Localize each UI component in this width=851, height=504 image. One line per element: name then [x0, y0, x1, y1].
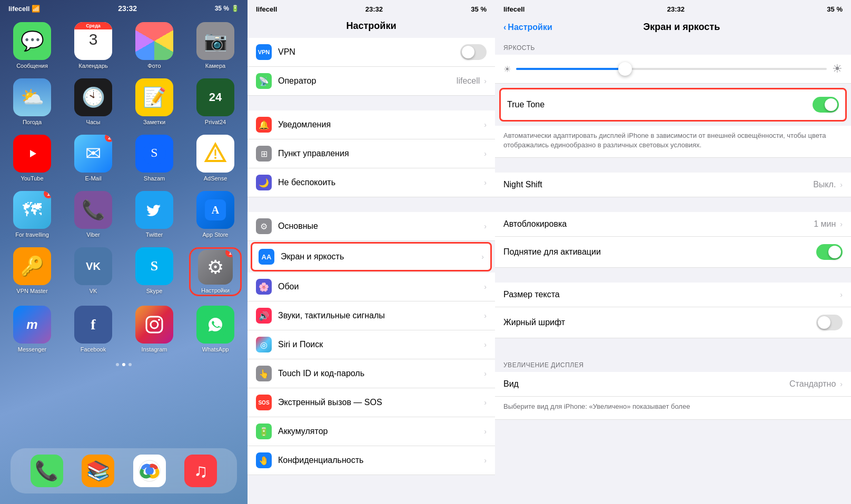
- app-adsense-icon: [196, 135, 234, 173]
- display-divider-1: [495, 158, 851, 173]
- battery-chevron: ›: [484, 427, 487, 436]
- brightness-fill: [516, 68, 625, 70]
- dock-music[interactable]: ♫: [184, 455, 217, 487]
- app-photos[interactable]: Фото: [128, 22, 181, 69]
- app-facebook-icon: f: [74, 306, 112, 344]
- app-email[interactable]: ✉ 2 E-Mail: [67, 135, 120, 182]
- dock-phone[interactable]: 📞: [31, 455, 63, 487]
- siri-label: Siri и Поиск: [278, 340, 484, 349]
- night-shift-cell[interactable]: Night Shift Выкл. ›: [495, 173, 851, 197]
- app-vk-icon: VK: [74, 247, 112, 285]
- sounds-label: Звуки, тактильные сигналы: [278, 311, 484, 320]
- dot-1: [116, 363, 119, 366]
- settings-cell-siri[interactable]: ◎ Siri и Поиск ›: [248, 330, 495, 359]
- app-appstore-icon: A: [196, 191, 234, 229]
- brightness-section-label: ЯРКОСТЬ: [495, 36, 851, 55]
- app-vpnmaster-icon: 🔑: [13, 247, 51, 285]
- app-shazam[interactable]: S Shazam: [128, 135, 181, 182]
- app-twitter[interactable]: Twitter: [128, 191, 181, 238]
- app-youtube[interactable]: YouTube: [6, 135, 58, 182]
- app-instagram-icon: [135, 306, 173, 344]
- app-camera-icon: 📷: [196, 22, 234, 60]
- vpn-label: VPN: [278, 47, 460, 57]
- app-instagram[interactable]: Instagram: [128, 306, 181, 352]
- settings-badge: 1: [225, 250, 233, 257]
- app-vk[interactable]: VK VK: [67, 247, 120, 296]
- brightness-dim-icon: ☀: [503, 64, 511, 74]
- night-shift-label: Night Shift: [503, 180, 813, 189]
- app-messenger-label: Messenger: [18, 346, 46, 352]
- settings-cell-sounds[interactable]: 🔊 Звуки, тактильные сигналы ›: [248, 301, 495, 330]
- raise-toggle[interactable]: [816, 244, 843, 260]
- settings-cell-control[interactable]: ⊞ Пункт управления ›: [248, 139, 495, 168]
- app-shazam-label: Shazam: [144, 175, 165, 182]
- battery-label: Аккумулятор: [278, 427, 484, 436]
- svg-text:S: S: [151, 146, 157, 159]
- app-calendar[interactable]: Среда 3 Календарь: [67, 22, 120, 69]
- app-appstore[interactable]: A App Store: [189, 191, 242, 238]
- display-divider-3: [495, 268, 851, 283]
- control-chevron: ›: [484, 149, 487, 158]
- dock-books[interactable]: 📚: [82, 455, 114, 487]
- settings-cell-touchid[interactable]: 👆 Touch ID и код-пароль ›: [248, 359, 495, 388]
- vpn-toggle[interactable]: [460, 44, 487, 60]
- display-chevron: ›: [481, 253, 484, 261]
- app-clock[interactable]: 🕙 Часы: [67, 78, 120, 125]
- sounds-icon: 🔊: [256, 308, 272, 324]
- settings-cell-vpn[interactable]: VPN VPN: [248, 38, 495, 67]
- app-weather[interactable]: ⛅ Погода: [6, 78, 58, 125]
- text-size-chevron: ›: [840, 290, 843, 299]
- app-whatsapp[interactable]: WhatsApp: [189, 306, 242, 352]
- app-vpnmaster[interactable]: 🔑 VPN Master: [6, 247, 58, 296]
- app-camera[interactable]: 📷 Камера: [189, 22, 242, 69]
- autolock-chevron: ›: [840, 220, 843, 228]
- settings-cell-privacy[interactable]: 🤚 Конфиденциальность ›: [248, 446, 495, 475]
- app-weather-label: Погода: [23, 119, 42, 125]
- back-button[interactable]: ‹ Настройки: [503, 23, 552, 32]
- autolock-cell[interactable]: Автоблокировка 1 мин ›: [495, 212, 851, 237]
- settings-cell-general[interactable]: ⚙ Основные ›: [248, 212, 495, 241]
- true-tone-toggle[interactable]: [813, 97, 839, 113]
- app-notes-label: Заметки: [143, 119, 165, 125]
- true-tone-cell[interactable]: True Tone: [499, 88, 847, 122]
- app-whatsapp-icon: [196, 306, 234, 344]
- settings-cell-battery[interactable]: 🔋 Аккумулятор ›: [248, 417, 495, 446]
- dot-3: [128, 363, 132, 366]
- raise-cell[interactable]: Поднятие для активации: [495, 237, 851, 268]
- settings-cell-notifications[interactable]: 🔔 Уведомления ›: [248, 110, 495, 139]
- wallpaper-chevron: ›: [484, 283, 487, 291]
- display-nav: ‹ Настройки Экран и яркость: [495, 16, 851, 36]
- view-value: Стандартно: [789, 379, 836, 389]
- bold-text-toggle[interactable]: [816, 315, 843, 330]
- settings-cell-dnd[interactable]: 🌙 Не беспокоить ›: [248, 168, 495, 197]
- app-settings[interactable]: ⚙ 1 Настройки: [189, 247, 242, 296]
- app-viber[interactable]: 📞 Viber: [67, 191, 120, 238]
- display-divider-4: [495, 338, 851, 353]
- text-size-cell[interactable]: Размер текста ›: [495, 283, 851, 307]
- app-appstore-label: App Store: [203, 231, 229, 238]
- status-bar-home: lifecell 📶 23:32 35 % 🔋: [0, 0, 248, 15]
- raise-label: Поднятие для активации: [503, 247, 816, 257]
- status-bar-display: lifecell 23:32 35 %: [495, 0, 851, 16]
- app-skype[interactable]: S Skype: [128, 247, 181, 296]
- app-whatsapp-label: WhatsApp: [202, 346, 229, 352]
- settings-cell-sos[interactable]: SOS Экстренный вызов — SOS ›: [248, 388, 495, 417]
- app-adsense[interactable]: AdSense: [189, 135, 242, 182]
- app-messenger[interactable]: m Messenger: [6, 306, 58, 352]
- time-label: 23:32: [118, 4, 137, 13]
- settings-cell-wallpaper[interactable]: 🌸 Обои ›: [248, 273, 495, 301]
- app-privat24[interactable]: 24 Privat24: [189, 78, 242, 125]
- settings-cell-operator[interactable]: 📡 Оператор lifecell ›: [248, 67, 495, 96]
- view-cell[interactable]: Вид Стандартно ›: [495, 372, 851, 397]
- app-maps[interactable]: 🗺 1 For travelling: [6, 191, 58, 238]
- dock-chrome[interactable]: [133, 455, 166, 487]
- app-notes[interactable]: 📝 Заметки: [128, 78, 181, 125]
- app-messages[interactable]: 💬 Сообщения: [6, 22, 58, 69]
- night-shift-chevron: ›: [840, 180, 843, 189]
- brightness-thumb[interactable]: [618, 62, 632, 76]
- bold-text-cell[interactable]: Жирный шрифт: [495, 307, 851, 338]
- brightness-slider[interactable]: [516, 68, 827, 70]
- cal-day: 3: [89, 31, 98, 48]
- app-facebook[interactable]: f Facebook: [67, 306, 120, 352]
- settings-cell-display[interactable]: AA Экран и яркость ›: [251, 242, 492, 271]
